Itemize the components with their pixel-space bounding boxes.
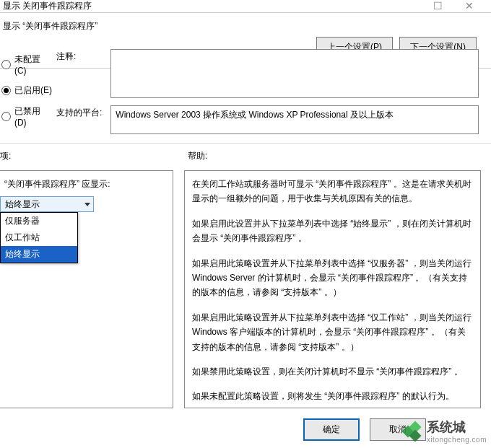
- top-fields: 注释: 支持的平台: Windows Server 2003 操作系统或 Win…: [56, 49, 481, 134]
- supported-platform-text: Windows Server 2003 操作系统或 Windows XP Pro…: [116, 110, 394, 120]
- close-icon[interactable]: ✕: [455, 0, 484, 13]
- title-text: 显示 关闭事件跟踪程序: [3, 0, 92, 12]
- policy-title: 显示 “关闭事件跟踪程序”: [0, 13, 491, 32]
- combobox-value: 始终显示: [5, 198, 40, 211]
- watermark-text-group: 系统城 xitongcheng.com: [427, 418, 487, 444]
- options-column-label: 项:: [0, 150, 11, 162]
- radio-icon: [1, 60, 11, 69]
- maximize-icon[interactable]: ☐: [423, 0, 452, 13]
- help-paragraph: 如果启用此策略设置并从下拉菜单列表中选择 “仅工作站” ，则当关闭运行 Wind…: [192, 310, 473, 354]
- radio-enabled[interactable]: 已启用(E): [0, 80, 52, 101]
- radio-label: 已禁用(D): [14, 105, 52, 128]
- help-column-label: 帮助:: [188, 150, 207, 162]
- comments-label: 注释:: [56, 49, 108, 63]
- supported-platform-box: Windows Server 2003 操作系统或 Windows XP Pro…: [110, 105, 479, 134]
- help-paragraph: 如果启用此策略设置并从下拉菜单列表中选择 “仅服务器” ，则当关闭运行 Wind…: [192, 256, 473, 300]
- help-panel[interactable]: 在关闭工作站或服务器时可显示 “关闭事件跟踪程序” 。这是在请求关机时显示的一组…: [184, 170, 481, 408]
- dropdown-item-server-only[interactable]: 仅服务器: [1, 213, 77, 229]
- divider: [0, 143, 491, 144]
- dropdown-item-workstation-only[interactable]: 仅工作站: [1, 229, 77, 246]
- display-mode-combobox[interactable]: 始终显示: [0, 196, 94, 212]
- help-paragraph: 如果禁用此策略设置，则在关闭计算机时不显示 “关闭事件跟踪程序” 。: [192, 364, 473, 379]
- watermark-url: xitongcheng.com: [427, 436, 487, 444]
- dropdown-item-always-show[interactable]: 始终显示: [1, 246, 77, 263]
- radio-label: 未配置(C): [14, 53, 52, 76]
- combobox-dropdown: 仅服务器 仅工作站 始终显示: [0, 212, 78, 263]
- radio-disabled[interactable]: 已禁用(D): [0, 101, 52, 132]
- options-panel: “关闭事件跟踪程序” 应显示: 始终显示 仅服务器 仅工作站 始终显示: [0, 170, 173, 408]
- radio-icon: [1, 86, 11, 95]
- state-radio-group: 未配置(C) 已启用(E) 已禁用(D): [0, 49, 52, 132]
- radio-not-configured[interactable]: 未配置(C): [0, 49, 52, 80]
- window-titlebar: 显示 关闭事件跟踪程序 ☐ ✕: [0, 0, 491, 13]
- radio-icon: [1, 112, 11, 121]
- comments-textarea[interactable]: [110, 49, 479, 98]
- supported-label: 支持的平台:: [56, 105, 108, 119]
- help-paragraph: 如果未配置此策略设置，则将发生 “关闭事件跟踪程序” 的默认行为。: [192, 389, 473, 403]
- help-paragraph: 如果启用此设置并从下拉菜单列表中选择 “始终显示” ，则在闭关计算机时会显示 “…: [192, 216, 473, 246]
- options-title: “关闭事件跟踪程序” 应显示:: [0, 178, 165, 190]
- help-paragraph: 在关闭工作站或服务器时可显示 “关闭事件跟踪程序” 。这是在请求关机时显示的一组…: [192, 177, 473, 206]
- watermark-logo-icon: [402, 421, 422, 442]
- watermark: 系统城 xitongcheng.com: [402, 418, 487, 444]
- ok-button[interactable]: 确定: [303, 418, 360, 441]
- radio-label: 已启用(E): [14, 84, 52, 97]
- watermark-brand: 系统城: [427, 420, 466, 434]
- chevron-down-icon: [84, 203, 90, 206]
- ok-label: 确定: [323, 424, 340, 434]
